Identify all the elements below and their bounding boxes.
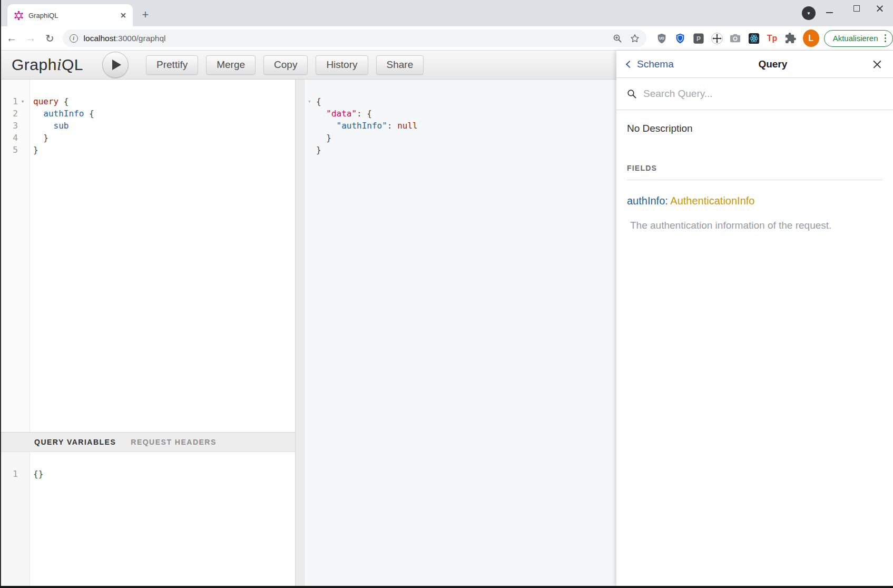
- bitwarden-extension-icon[interactable]: [673, 32, 687, 45]
- browser-addressbar: ← → ↻ i localhost:3000/graphql UO P: [0, 26, 893, 51]
- fold-arrow-icon[interactable]: ▾: [18, 95, 27, 107]
- move-tool-extension-icon[interactable]: [710, 32, 724, 45]
- new-tab-button[interactable]: +: [138, 7, 153, 22]
- field-name-link[interactable]: authInfo: [627, 195, 665, 207]
- play-icon: [112, 60, 121, 70]
- browser-menu-icon[interactable]: [882, 34, 889, 43]
- tab-request-headers[interactable]: REQUEST HEADERS: [131, 438, 217, 446]
- result-pane: ▾{ "data": { "authInfo": null }}: [305, 80, 616, 586]
- query-line-numbers: 1▾2345: [0, 80, 30, 432]
- copy-button[interactable]: Copy: [263, 55, 308, 75]
- query-editor: 1▾2345 query { authInfo { sub }}: [0, 80, 295, 432]
- field-item: authInfo: AuthenticationInfo: [627, 195, 882, 207]
- tab-title: GraphiQL: [28, 12, 119, 19]
- tab-close-icon[interactable]: [119, 11, 127, 19]
- doc-explorer-panel: Schema Query No Description FIELDS authI…: [616, 51, 893, 586]
- window-close-button[interactable]: [876, 4, 884, 13]
- query-code-area[interactable]: query { authInfo { sub }}: [30, 80, 295, 432]
- pane-resize-handle[interactable]: [295, 80, 305, 586]
- secondary-editor-tabbar: QUERY VARIABLES REQUEST HEADERS: [0, 432, 295, 452]
- browser-tabstrip: GraphiQL + ▼: [0, 0, 893, 26]
- browser-update-button[interactable]: Aktualisieren: [824, 30, 893, 47]
- doc-search-box: [616, 78, 893, 110]
- back-icon[interactable]: ←: [4, 31, 19, 46]
- search-icon: [627, 89, 637, 99]
- doc-search-input[interactable]: [643, 88, 882, 100]
- history-button[interactable]: History: [316, 55, 368, 75]
- forward-icon: →: [23, 31, 38, 46]
- execute-query-button[interactable]: [102, 52, 129, 78]
- doc-explorer-titlebar: Schema Query: [616, 51, 893, 78]
- bookmark-star-icon[interactable]: [630, 33, 640, 44]
- fold-arrow-icon[interactable]: ▾: [308, 95, 316, 107]
- type-description: No Description: [627, 123, 882, 134]
- share-button[interactable]: Share: [376, 55, 424, 75]
- screenshot-camera-extension-icon[interactable]: [729, 32, 742, 45]
- chevron-left-icon: [626, 61, 633, 68]
- tp-extension-icon[interactable]: Tp: [766, 32, 779, 45]
- url-text[interactable]: localhost:3000/graphql: [84, 34, 613, 43]
- profile-avatar[interactable]: L: [803, 30, 819, 47]
- extensions-puzzle-icon[interactable]: [784, 32, 798, 45]
- window-left-edge: [0, 0, 1, 588]
- prettify-button[interactable]: Prettify: [146, 55, 198, 75]
- variables-editor: 1 {}: [0, 452, 295, 586]
- result-code-area: ▾{ "data": { "authInfo": null }}: [305, 80, 616, 586]
- graphiql-app: GraphiQL Prettify Merge Copy History Sha…: [0, 51, 893, 586]
- reload-icon[interactable]: ↻: [42, 31, 57, 46]
- graphiql-topbar: GraphiQL Prettify Merge Copy History Sha…: [0, 51, 616, 80]
- window-maximize-button[interactable]: [853, 5, 860, 12]
- tab-query-variables[interactable]: QUERY VARIABLES: [34, 438, 116, 446]
- site-info-icon[interactable]: i: [70, 34, 78, 43]
- svg-text:P: P: [696, 35, 701, 42]
- react-devtools-extension-icon[interactable]: [747, 32, 761, 45]
- extensions-row: UO P Tp: [655, 32, 798, 45]
- svg-text:UO: UO: [659, 36, 664, 40]
- window-minimize-button[interactable]: [826, 12, 833, 13]
- doc-explorer-title: Query: [674, 58, 872, 70]
- variables-line-numbers: 1: [0, 452, 30, 586]
- merge-button[interactable]: Merge: [206, 55, 256, 75]
- doc-content: No Description FIELDS authInfo: Authenti…: [616, 110, 893, 231]
- ublock-extension-icon[interactable]: UO: [655, 32, 669, 45]
- graphql-favicon-icon: [14, 11, 23, 20]
- window-bottom-edge: [0, 586, 893, 588]
- field-description: The authentication information of the re…: [627, 220, 882, 231]
- doc-back-link[interactable]: Schema: [627, 58, 674, 70]
- p-extension-icon[interactable]: P: [692, 32, 705, 45]
- media-controls-icon[interactable]: ▼: [802, 6, 816, 20]
- result-viewer: ▾{ "data": { "authInfo": null }}: [305, 80, 616, 586]
- zoom-icon[interactable]: [613, 34, 622, 43]
- doc-close-icon[interactable]: [872, 59, 882, 70]
- fields-section-header: FIELDS: [627, 164, 882, 180]
- query-editor-pane: 1▾2345 query { authInfo { sub }} QUERY V…: [0, 80, 295, 586]
- url-bar[interactable]: i localhost:3000/graphql: [63, 30, 646, 47]
- browser-tab[interactable]: GraphiQL: [7, 4, 133, 26]
- variables-code-area[interactable]: {}: [30, 452, 295, 586]
- field-type-link[interactable]: AuthenticationInfo: [670, 195, 754, 207]
- graphiql-logo: GraphiQL: [12, 55, 83, 74]
